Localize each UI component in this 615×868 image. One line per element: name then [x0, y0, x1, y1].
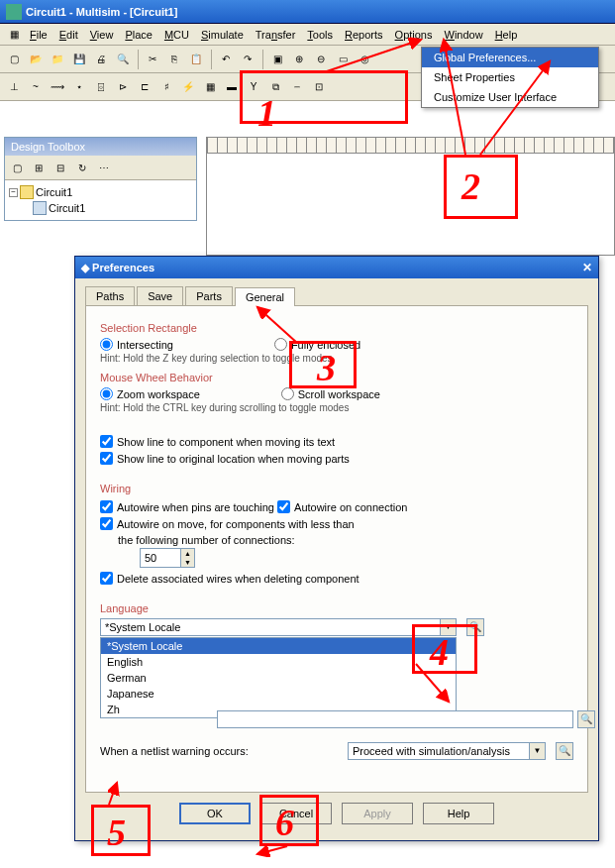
section-wiring: Wiring — [100, 483, 573, 494]
spinner-down-icon[interactable]: ▼ — [180, 558, 194, 567]
new-icon[interactable]: ▢ — [4, 50, 24, 69]
save-icon[interactable]: 💾 — [69, 50, 89, 69]
zoom-fit-icon[interactable]: ▣ — [267, 50, 287, 69]
zoom-sheet-icon[interactable]: ◎ — [355, 50, 374, 69]
dd-sheet-props[interactable]: Sheet Properties — [422, 67, 598, 87]
menu-reports[interactable]: Reports — [339, 26, 389, 44]
spinner-input[interactable] — [141, 549, 180, 567]
comp4-icon[interactable]: ⋆ — [69, 77, 89, 97]
chevron-down-icon[interactable]: ▼ — [529, 743, 545, 759]
open-icon[interactable]: 📂 — [26, 50, 46, 69]
combo-netlist-input[interactable] — [349, 743, 529, 759]
canvas[interactable] — [206, 137, 615, 256]
dialog-buttons: OK Cancel Apply Help — [85, 793, 588, 832]
spinner-up-icon[interactable]: ▲ — [180, 549, 194, 558]
apply-button[interactable]: Apply — [342, 803, 413, 824]
zoom-in-icon[interactable]: ⊕ — [289, 50, 309, 69]
menu-file[interactable]: File — [24, 26, 53, 44]
close-icon[interactable]: ✕ — [582, 261, 592, 274]
preview-icon[interactable]: 🔍 — [113, 50, 133, 69]
mdi-icon: ▦ — [4, 25, 24, 45]
toolbox-title: Design Toolbox — [5, 138, 196, 156]
section-selection-rectangle: Selection Rectangle — [100, 322, 573, 334]
tabs: Paths Save Parts General — [85, 286, 588, 306]
menu-help[interactable]: Help — [489, 26, 524, 44]
chk-autowire-move[interactable]: Autowire on move, for components with le… — [100, 517, 355, 530]
open2-icon[interactable]: 📁 — [48, 50, 67, 69]
redo-icon[interactable]: ↷ — [238, 50, 257, 69]
chk-autowire-conn[interactable]: Autowire on connection — [277, 500, 407, 513]
paste-icon[interactable]: 📋 — [186, 50, 206, 69]
tbx-btn5[interactable]: ⋯ — [94, 158, 114, 177]
tree-collapse-icon[interactable]: − — [9, 188, 18, 197]
dialog-icon: ◆ — [81, 262, 92, 273]
annotation-box-2 — [444, 155, 518, 219]
chk-show-line-orig[interactable]: Show line to original location when movi… — [100, 452, 350, 465]
dialog-title: Preferences — [92, 262, 154, 273]
dd-customize-ui[interactable]: Customize User Interface — [422, 87, 598, 107]
menu-simulate[interactable]: Simulate — [195, 26, 250, 44]
comp11-icon[interactable]: ▬ — [222, 77, 242, 97]
combo-language[interactable]: ▼ — [100, 618, 457, 636]
menu-edit[interactable]: Edit — [53, 26, 84, 44]
chk-delete-wires[interactable]: Delete associated wires when deleting co… — [100, 572, 359, 585]
comp6-icon[interactable]: ⊳ — [113, 77, 133, 97]
zoom-out-icon[interactable]: ⊖ — [311, 50, 331, 69]
annotation-1: 1 — [257, 91, 276, 135]
chk-show-line-text[interactable]: Show line to component when moving its t… — [100, 435, 335, 448]
design-toolbox: Design Toolbox ▢ ⊞ ⊟ ↻ ⋯ − Circuit1 Circ… — [4, 137, 197, 221]
copy-icon[interactable]: ⎘ — [164, 50, 184, 69]
comp9-icon[interactable]: ⚡ — [178, 77, 198, 97]
tree-root[interactable]: Circuit1 — [36, 186, 72, 198]
lang-opt-japanese[interactable]: Japanese — [101, 686, 456, 702]
menu-window[interactable]: Window — [438, 26, 488, 44]
tbx-btn1[interactable]: ▢ — [7, 158, 27, 177]
options-dropdown: Global Preferences... Sheet Properties C… — [421, 47, 599, 108]
help-button[interactable]: Help — [423, 803, 494, 824]
comp7-icon[interactable]: ⊏ — [135, 77, 154, 97]
comp3-icon[interactable]: ⟿ — [48, 77, 67, 97]
tab-parts[interactable]: Parts — [185, 286, 233, 305]
menu-mcu[interactable]: MCU — [158, 26, 195, 44]
lookup-netlist-icon[interactable]: 🔍 — [556, 742, 573, 760]
ruler-horizontal — [207, 138, 614, 154]
comp-icon[interactable]: ⊥ — [4, 77, 24, 97]
tbx-btn2[interactable]: ⊞ — [29, 158, 49, 177]
menu-place[interactable]: Place — [119, 26, 158, 44]
annotation-5: 5 — [107, 811, 126, 854]
menu-view[interactable]: View — [84, 26, 120, 44]
tbx-btn3[interactable]: ⊟ — [51, 158, 70, 177]
lang-opt-german[interactable]: German — [101, 670, 456, 686]
print-icon[interactable]: 🖨 — [91, 50, 111, 69]
dialog-titlebar: ◆ Preferences ✕ — [75, 257, 598, 278]
comp8-icon[interactable]: ♯ — [156, 77, 176, 97]
tbx-btn4[interactable]: ↻ — [72, 158, 92, 177]
chk-autowire-pins[interactable]: Autowire when pins are touching — [100, 500, 274, 513]
tab-general[interactable]: General — [235, 287, 295, 306]
undo-icon[interactable]: ↶ — [216, 50, 236, 69]
comp5-icon[interactable]: ⌻ — [91, 77, 111, 97]
lang-opt-english[interactable]: English — [101, 654, 456, 670]
annotation-2: 2 — [461, 164, 480, 208]
spinner-connections[interactable]: ▲▼ — [140, 548, 195, 568]
comp2-icon[interactable]: ~ — [26, 77, 46, 97]
combo-netlist[interactable]: ▼ — [348, 742, 546, 760]
ok-button[interactable]: OK — [179, 803, 251, 824]
tree-child[interactable]: Circuit1 — [49, 202, 85, 214]
lookup-empty-icon[interactable]: 🔍 — [577, 710, 595, 728]
tree: − Circuit1 Circuit1 — [5, 180, 196, 220]
menu-transfer[interactable]: Transfer — [250, 26, 302, 44]
cut-icon[interactable]: ✂ — [143, 50, 162, 69]
tab-save[interactable]: Save — [137, 286, 183, 305]
dd-global-prefs[interactable]: Global Preferences... — [422, 48, 598, 67]
radio-zoom-workspace[interactable]: Zoom workspace — [100, 387, 200, 400]
radio-intersecting[interactable]: Intersecting — [100, 338, 173, 351]
zoom-area-icon[interactable]: ▭ — [333, 50, 353, 69]
combo-language-input[interactable] — [101, 619, 440, 635]
lang-opt-system[interactable]: *System Locale — [101, 638, 456, 654]
empty-field[interactable] — [218, 711, 572, 727]
menu-options[interactable]: Options — [389, 26, 439, 44]
comp10-icon[interactable]: ▦ — [200, 77, 220, 97]
tab-paths[interactable]: Paths — [85, 286, 135, 305]
menu-tools[interactable]: Tools — [301, 26, 339, 44]
